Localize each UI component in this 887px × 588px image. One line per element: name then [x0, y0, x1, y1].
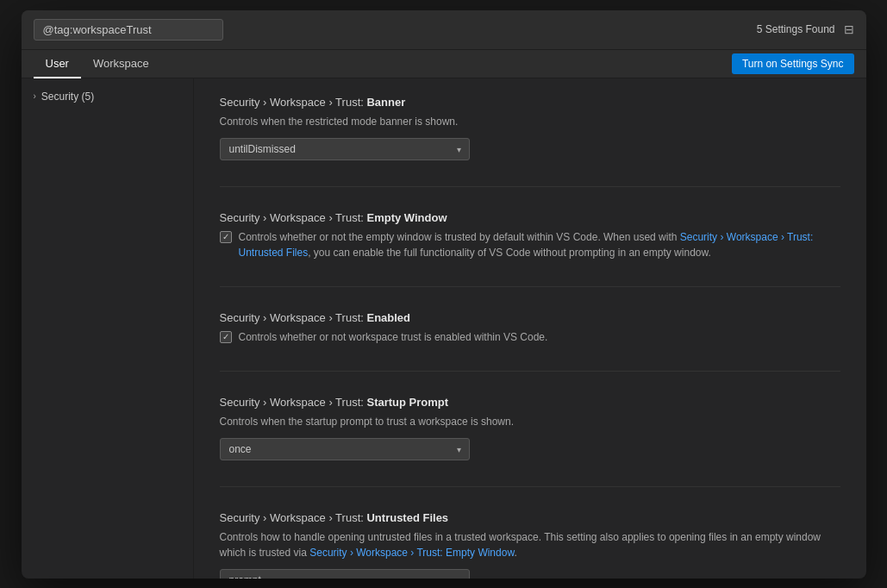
setting-untrusted-files: Security › Workspace › Trust: Untrusted … — [220, 511, 840, 579]
setting-startup-prompt-desc: Controls when the startup prompt to trus… — [220, 414, 840, 429]
settings-area: Security › Workspace › Trust: Banner Con… — [194, 78, 866, 579]
main-content: › Security (5) Security › Workspace › Tr… — [22, 78, 866, 579]
search-bar: 5 Settings Found ⊟ — [22, 10, 866, 50]
setting-untrusted-files-desc: Controls how to handle opening untrusted… — [220, 529, 840, 560]
setting-banner: Security › Workspace › Trust: Banner Con… — [220, 96, 840, 160]
setting-empty-window-breadcrumb: Security › Workspace › Trust: — [220, 211, 367, 224]
setting-startup-prompt-breadcrumb: Security › Workspace › Trust: — [220, 396, 367, 409]
setting-startup-prompt-bold: Startup Prompt — [366, 396, 448, 409]
sidebar-item-label: Security (5) — [41, 91, 94, 103]
search-results-area: 5 Settings Found ⊟ — [757, 22, 854, 36]
setting-banner-select[interactable]: untilDismissed always never — [220, 138, 470, 160]
setting-banner-title: Security › Workspace › Trust: Banner — [220, 96, 840, 109]
setting-untrusted-files-select[interactable]: prompt open newWindow — [220, 569, 470, 579]
setting-startup-prompt-select[interactable]: once always never — [220, 438, 470, 460]
divider-4 — [220, 486, 840, 487]
divider-3 — [220, 371, 840, 372]
setting-startup-prompt-select-wrapper: once always never ▾ — [220, 438, 470, 460]
setting-enabled-breadcrumb: Security › Workspace › Trust: — [220, 311, 367, 324]
tab-workspace[interactable]: Workspace — [81, 50, 161, 78]
setting-startup-prompt-title: Security › Workspace › Trust: Startup Pr… — [220, 396, 840, 409]
setting-enabled-title: Security › Workspace › Trust: Enabled — [220, 311, 840, 324]
setting-untrusted-files-select-wrapper: prompt open newWindow ▾ — [220, 569, 470, 579]
setting-banner-select-wrapper: untilDismissed always never ▾ — [220, 138, 470, 160]
sidebar-item-security[interactable]: › Security (5) — [22, 87, 193, 106]
setting-empty-window-bold: Empty Window — [366, 211, 447, 224]
setting-untrusted-files-bold: Untrusted Files — [366, 511, 448, 524]
setting-empty-window-desc: Controls whether or not the empty window… — [239, 229, 840, 260]
divider-2 — [220, 286, 840, 287]
setting-enabled-checkbox[interactable] — [220, 331, 232, 343]
tabs-container: User Workspace — [34, 50, 161, 78]
sync-button[interactable]: Turn on Settings Sync — [732, 53, 854, 74]
setting-empty-window: Security › Workspace › Trust: Empty Wind… — [220, 211, 840, 260]
settings-window: 5 Settings Found ⊟ User Workspace Turn o… — [22, 10, 866, 579]
setting-startup-prompt: Security › Workspace › Trust: Startup Pr… — [220, 396, 840, 460]
setting-empty-window-link[interactable]: Security › Workspace › Trust: Untrusted … — [239, 231, 814, 259]
search-input[interactable] — [34, 19, 223, 41]
setting-empty-window-title: Security › Workspace › Trust: Empty Wind… — [220, 211, 840, 224]
setting-untrusted-files-breadcrumb: Security › Workspace › Trust: — [220, 511, 367, 524]
setting-empty-window-checkbox-row: Controls whether or not the empty window… — [220, 229, 840, 260]
filter-icon[interactable]: ⊟ — [844, 22, 854, 36]
setting-enabled-desc: Controls whether or not workspace trust … — [239, 329, 548, 345]
setting-enabled-bold: Enabled — [366, 311, 410, 324]
setting-untrusted-files-link[interactable]: Security › Workspace › Trust: Empty Wind… — [309, 547, 514, 559]
setting-banner-breadcrumb: Security › Workspace › Trust: — [220, 96, 367, 109]
tabs-row: User Workspace Turn on Settings Sync — [22, 50, 866, 78]
setting-empty-window-checkbox[interactable] — [220, 231, 232, 243]
chevron-right-icon: › — [34, 91, 36, 101]
tab-user[interactable]: User — [34, 50, 81, 78]
results-count: 5 Settings Found — [757, 23, 835, 35]
setting-untrusted-files-title: Security › Workspace › Trust: Untrusted … — [220, 511, 840, 524]
setting-banner-desc: Controls when the restricted mode banner… — [220, 114, 840, 129]
setting-enabled-checkbox-row: Controls whether or not workspace trust … — [220, 329, 840, 345]
setting-banner-bold: Banner — [366, 96, 405, 109]
divider-1 — [220, 186, 840, 187]
sidebar: › Security (5) — [22, 78, 194, 579]
setting-enabled: Security › Workspace › Trust: Enabled Co… — [220, 311, 840, 345]
